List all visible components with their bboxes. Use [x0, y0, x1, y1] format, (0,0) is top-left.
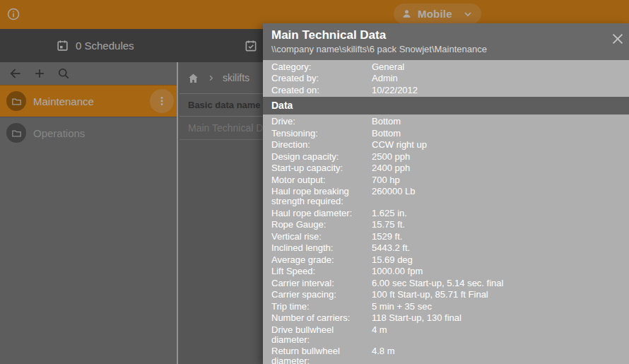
modal-path: \\company name\skilifts\6 pack Snowjet\M…: [271, 44, 605, 54]
data-label: Rope Gauge:: [271, 220, 372, 230]
data-label: Number of carriers:: [271, 313, 372, 323]
data-row: Drive bullwheel diameter:4 m: [263, 324, 629, 346]
data-row: Vertical rise:1529 ft.: [263, 231, 629, 243]
data-value: 260000 Lb: [372, 187, 629, 206]
data-row: Carrier interval:6.00 sec Start-up, 5.14…: [263, 278, 629, 290]
meta-value: General: [372, 61, 404, 73]
data-row: Design capacity:2500 pph: [263, 151, 629, 163]
data-row: Motor output:700 hp: [263, 175, 629, 187]
data-row: Lift Speed:1000.00 fpm: [263, 266, 629, 278]
meta-row: Created on: 10/22/2012: [263, 85, 629, 96]
data-label: Start-up capacity:: [271, 163, 372, 173]
meta-label: Category:: [271, 61, 372, 73]
data-value: 5 min + 35 sec: [372, 302, 629, 312]
data-row: Start-up capacity:2400 pph: [263, 163, 629, 175]
modal-header: Main Technical Data \\company name\skili…: [263, 23, 629, 60]
data-value: 15.69 deg: [372, 255, 629, 265]
data-label: Return bullwheel diameter:: [271, 346, 372, 364]
data-value: CCW right up: [372, 140, 629, 150]
data-row: Inclined length:5443.2 ft.: [263, 242, 629, 254]
meta-value: Admin: [372, 73, 398, 84]
data-row: Tensioning:Bottom: [263, 128, 629, 140]
data-label: Trip time:: [271, 302, 372, 312]
meta-value: 10/22/2012: [372, 85, 418, 96]
data-label: Drive bullwheel diameter:: [271, 325, 372, 345]
data-label: Carrier spacing:: [271, 290, 372, 300]
data-value: 6.00 sec Start-up, 5.14 sec. final: [372, 278, 629, 288]
data-row: Number of carriers:118 Start-up, 130 fin…: [263, 312, 629, 324]
data-row: Return bullwheel diameter:4.8 m: [263, 346, 629, 364]
close-icon[interactable]: [610, 31, 625, 47]
data-value: 4.8 m: [372, 346, 629, 364]
data-label: Carrier interval:: [271, 278, 372, 288]
data-value: Bottom: [372, 117, 629, 127]
data-value: 100 ft Start-up, 85.71 ft Final: [372, 290, 629, 300]
data-label: Lift Speed:: [271, 266, 372, 276]
data-label: Motor output:: [271, 175, 372, 185]
data-row: Carrier spacing:100 ft Start-up, 85.71 f…: [263, 289, 629, 301]
data-label: Inclined length:: [271, 243, 372, 253]
data-section-header: Data: [263, 97, 629, 115]
data-value: 4 m: [372, 325, 629, 345]
data-value: 5443.2 ft.: [372, 243, 629, 253]
data-label: Tensioning:: [271, 129, 372, 139]
data-label: Drive:: [271, 117, 372, 127]
data-label: Average grade:: [271, 255, 372, 265]
modal-meta-section: Category: General Created by: Admin Crea…: [263, 60, 629, 97]
data-value: 1529 ft.: [372, 232, 629, 242]
data-value: 2500 pph: [372, 152, 629, 162]
data-row: Direction:CCW right up: [263, 139, 629, 151]
data-value: 118 Start-up, 130 final: [372, 313, 629, 323]
meta-label: Created by:: [271, 73, 372, 84]
data-label: Design capacity:: [271, 152, 372, 162]
data-row: Haul rope breaking strength required:260…: [263, 186, 629, 208]
data-label: Haul rope breaking strength required:: [271, 187, 372, 206]
data-value: 2400 pph: [372, 163, 629, 173]
main-technical-data-modal: Main Technical Data \\company name\skili…: [263, 23, 629, 364]
data-label: Haul rope diameter:: [271, 209, 372, 218]
meta-row: Category: General: [263, 61, 629, 73]
data-row: Drive:Bottom: [263, 116, 629, 128]
data-row: Trip time:5 min + 35 sec: [263, 301, 629, 313]
meta-label: Created on:: [271, 85, 372, 96]
data-row: Rope Gauge:15.75 ft.: [263, 219, 629, 231]
data-value: 700 hp: [372, 175, 629, 185]
data-section: Drive:Bottom Tensioning:Bottom Direction…: [263, 115, 629, 364]
data-row: Average grade:15.69 deg: [263, 254, 629, 266]
data-value: Bottom: [372, 129, 629, 139]
data-row: Haul rope diameter:1.625 in.: [263, 208, 629, 220]
meta-row: Created by: Admin: [263, 73, 629, 84]
data-label: Vertical rise:: [271, 232, 372, 242]
modal-title: Main Technical Data: [271, 28, 605, 42]
data-value: 1000.00 fpm: [372, 266, 629, 276]
data-value: 15.75 ft.: [372, 220, 629, 230]
data-value: 1.625 in.: [372, 209, 629, 218]
data-label: Direction:: [271, 140, 372, 150]
